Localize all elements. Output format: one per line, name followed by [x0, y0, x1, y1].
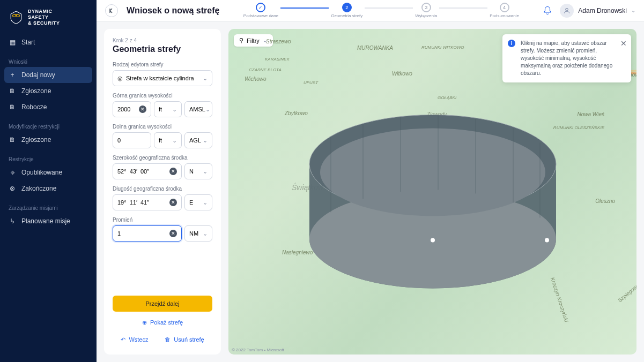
upper-unit-select[interactable]: ft⌄	[154, 101, 182, 117]
svg-point-14	[431, 238, 435, 242]
undo-icon: ↶	[121, 336, 125, 343]
route-icon: ↳	[9, 217, 16, 225]
grid-icon: ▦	[9, 39, 16, 46]
delete-zone-button[interactable]: 🗑Usuń strefę	[165, 333, 204, 346]
nav-section-label: Zarządzanie misjami	[0, 201, 97, 213]
map-place-label: Szpiegowo	[617, 282, 636, 304]
svg-point-1	[16, 15, 17, 17]
page-title: Wniosek o nową strefę	[127, 6, 219, 16]
step-1[interactable]: ✓ Podstawowe dane	[243, 3, 278, 18]
toast-close-button[interactable]: ✕	[620, 39, 627, 49]
collapse-sidebar-button[interactable]	[105, 4, 118, 17]
map-place-label: MUROWANKA	[357, 45, 393, 51]
upper-bound-label: Górna granica wysokości	[113, 93, 212, 99]
map-place-label: KARASINEK	[265, 57, 290, 62]
logo: DYNAMICSAFETY& SECURITY	[0, 6, 97, 34]
nav-add-new[interactable]: + Dodaj nowy	[4, 67, 92, 83]
nav-planned-missions[interactable]: ↳ Planowane misje	[0, 213, 97, 229]
lower-ref-select[interactable]: AGL⌄	[184, 132, 212, 148]
notifications-icon[interactable]	[543, 6, 552, 16]
sidebar: DYNAMICSAFETY& SECURITY ▦ Start Wnioski …	[0, 0, 97, 362]
nav-start[interactable]: ▦ Start	[0, 34, 97, 50]
zone-cylinder[interactable]	[299, 84, 567, 308]
step-3[interactable]: 3 Wyłączenia	[415, 3, 437, 18]
nav-published[interactable]: ⎆ Opublikowane	[0, 164, 97, 180]
next-button[interactable]: Przejdź dalej	[113, 296, 212, 312]
target-icon: ◎	[117, 75, 123, 82]
nav-mod-submitted[interactable]: 🗎 Zgłoszone	[0, 132, 97, 148]
trash-icon: 🗑	[165, 336, 171, 343]
map-attribution: © 2022 TomTom • Microsoft	[232, 348, 284, 352]
chevron-down-icon: ⌄	[263, 37, 268, 44]
lat-label: Szerokość geograficzna środka	[113, 155, 212, 161]
map-place-label: RUMUNKI WITKOWO	[421, 45, 464, 50]
clear-icon[interactable]: ✕	[169, 230, 177, 237]
chevron-down-icon: ⌄	[203, 230, 208, 237]
x-circle-icon: ⊗	[9, 185, 16, 192]
plus-icon: +	[9, 71, 16, 79]
chevron-down-icon: ⌄	[203, 75, 208, 82]
form-panel: Krok 2 z 4 Geometria strefy Rodzaj edyto…	[104, 29, 221, 355]
panel-title: Geometria strefy	[113, 44, 212, 54]
step-4[interactable]: 4 Podsumowanie	[490, 3, 519, 18]
chevron-down-icon: ⌄	[203, 168, 208, 175]
nav-section-label: Wnioski	[0, 55, 97, 67]
radius-unit-select[interactable]: NM⌄	[184, 225, 212, 242]
upper-ref-select[interactable]: AMSL⌄	[184, 101, 212, 117]
radius-label: Promień	[113, 217, 212, 223]
map-place-label: CZARNE BLOTA	[249, 67, 282, 72]
map-place-label: Oleszno	[595, 198, 615, 204]
document-icon: 🗎	[9, 103, 16, 111]
document-icon: 🗎	[9, 136, 16, 144]
document-icon: 🗎	[9, 87, 16, 95]
editor-type-select[interactable]: ◎Strefa w kształcie cylindra ⌄	[113, 70, 212, 86]
nav-submitted[interactable]: 🗎 Zgłoszone	[0, 83, 97, 99]
chevron-down-icon: ⌄	[203, 137, 208, 144]
lon-hemi-select[interactable]: E⌄	[184, 194, 212, 210]
user-menu[interactable]: Adam Dronowski ⌄	[560, 4, 635, 18]
step-indicator: Krok 2 z 4	[113, 37, 212, 43]
lon-input[interactable]: 19° 11′ 41″ ✕	[113, 194, 182, 210]
map[interactable]: ⚲ Filtry ⌄ Straszewo MUROWANKA RUMUNKI W…	[228, 29, 636, 355]
lon-label: Długość geograficzna środka	[113, 186, 212, 192]
nav-drafts[interactable]: 🗎 Robocze	[0, 99, 97, 115]
nav-section-label: Restrykcje	[0, 152, 97, 164]
chevron-down-icon: ⌄	[172, 106, 177, 113]
clear-icon[interactable]: ✕	[169, 199, 177, 206]
nav-finished[interactable]: ⊗ Zakończone	[0, 180, 97, 197]
topbar: Wniosek o nową strefę ✓ Podstawowe dane …	[97, 0, 644, 21]
radius-input[interactable]: ✕	[113, 225, 182, 242]
broadcast-icon: ⎆	[9, 169, 16, 176]
lower-bound-label: Dolna granica wysokości	[113, 124, 212, 130]
svg-point-6	[320, 128, 545, 216]
show-zone-button[interactable]: ⊕Pokaż strefę	[113, 316, 212, 329]
upper-value-input[interactable]: ✕	[113, 101, 151, 117]
crosshair-icon: ⊕	[142, 319, 147, 326]
nav-section-label: Modyfikacje restrykcji	[0, 119, 97, 132]
map-filters-button[interactable]: ⚲ Filtry ⌄	[234, 34, 273, 47]
logo-icon	[9, 10, 24, 25]
chevron-down-icon: ⌄	[203, 199, 208, 206]
editor-type-label: Rodzaj edytora strefy	[113, 62, 212, 67]
lower-value-input[interactable]	[113, 132, 151, 148]
chevron-down-icon: ⌄	[205, 106, 210, 113]
filter-icon: ⚲	[239, 37, 243, 44]
lat-hemi-select[interactable]: N⌄	[184, 163, 212, 179]
back-button[interactable]: ↶Wstecz	[121, 333, 148, 346]
map-place-label: Nowa Wieś	[578, 111, 604, 117]
map-place-label: Witkowo	[392, 71, 412, 77]
info-toast: i Kliknij na mapie, aby ustawić obszar s…	[502, 34, 631, 82]
svg-point-15	[545, 238, 549, 242]
map-place-label: Wichowo	[245, 76, 266, 82]
step-2[interactable]: 2 Geometria strefy	[331, 3, 362, 18]
svg-point-2	[566, 8, 568, 11]
lower-unit-select[interactable]: ft⌄	[154, 132, 182, 148]
lat-input[interactable]: 52° 43′ 00″ ✕	[113, 163, 182, 179]
chevron-down-icon: ⌄	[631, 7, 635, 13]
clear-icon[interactable]: ✕	[169, 168, 177, 175]
chevron-down-icon: ⌄	[172, 137, 177, 144]
collapse-icon	[108, 7, 115, 14]
info-icon: i	[508, 40, 515, 47]
clear-icon[interactable]: ✕	[139, 105, 146, 113]
stepper: ✓ Podstawowe dane 2 Geometria strefy 3 W…	[228, 3, 534, 18]
